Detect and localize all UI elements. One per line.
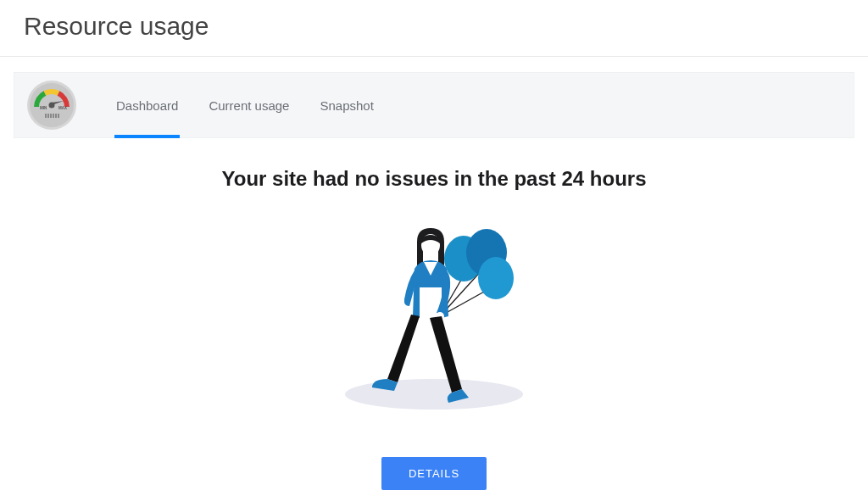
svg-rect-6 [45,114,47,118]
page-title: Resource usage [24,12,844,41]
svg-rect-7 [47,114,49,118]
gauge-icon: MIN MAX [26,80,77,131]
svg-rect-11 [58,114,59,118]
svg-rect-9 [53,114,54,118]
tabs: Dashboard Current usage Snapshot [116,73,374,137]
illustration-no-issues [320,206,548,421]
tab-label: Dashboard [116,98,178,113]
page-header: Resource usage [0,0,868,57]
svg-point-18 [478,257,514,299]
tab-dashboard[interactable]: Dashboard [116,73,178,137]
status-heading: Your site had no issues in the past 24 h… [0,167,868,191]
svg-point-5 [49,103,55,109]
details-button[interactable]: DETAILS [381,457,487,490]
tab-current-usage[interactable]: Current usage [209,73,289,137]
svg-text:MAX: MAX [58,106,67,110]
svg-rect-10 [55,114,57,118]
svg-text:MIN: MIN [40,106,47,110]
tab-label: Snapshot [320,98,373,113]
svg-point-12 [345,379,523,410]
svg-rect-8 [50,114,52,118]
tab-label: Current usage [209,98,289,113]
main-content: Your site had no issues in the past 24 h… [0,138,868,490]
tab-bar: MIN MAX Dashboard Current usage Snapshot [14,72,854,138]
tab-snapshot[interactable]: Snapshot [320,73,373,137]
